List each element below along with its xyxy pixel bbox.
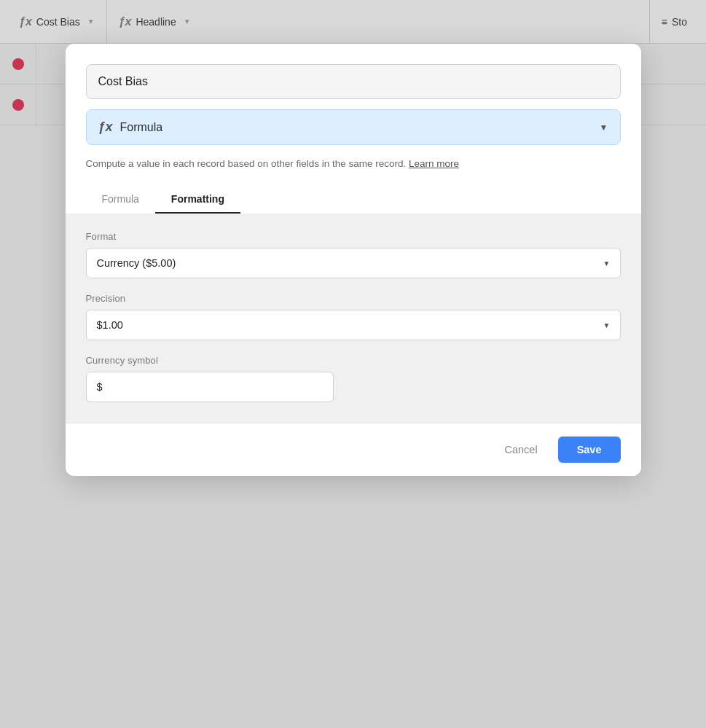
field-editor-modal: ƒx Formula ▼ Compute a value in each rec… (66, 44, 641, 476)
precision-label: Precision (86, 293, 621, 304)
formula-description: Compute a value in each record based on … (86, 157, 621, 171)
formula-type-button[interactable]: ƒx Formula ▼ (86, 109, 621, 145)
modal-top-section: ƒx Formula ▼ Compute a value in each rec… (66, 44, 641, 214)
formula-type-left: ƒx Formula (98, 120, 163, 135)
tab-formatting[interactable]: Formatting (155, 186, 240, 214)
modal-footer: Cancel Save (66, 423, 641, 476)
learn-more-link[interactable]: Learn more (409, 158, 459, 169)
format-label: Format (86, 231, 621, 242)
formula-type-label: Formula (120, 121, 163, 134)
tab-formula[interactable]: Formula (86, 186, 155, 214)
cancel-button[interactable]: Cancel (495, 438, 546, 461)
field-name-input[interactable] (86, 64, 621, 99)
format-select[interactable]: Currency ($5.00)NumberPercentDuration (86, 248, 621, 278)
formula-type-chevron: ▼ (600, 122, 608, 133)
precision-select-wrapper: $1.00$0.10$0.01$0.001 ▼ (86, 310, 621, 340)
format-select-wrapper: Currency ($5.00)NumberPercentDuration ▼ (86, 248, 621, 278)
save-button[interactable]: Save (558, 437, 621, 463)
modal-overlay: ƒx Formula ▼ Compute a value in each rec… (0, 0, 706, 728)
currency-symbol-input[interactable] (86, 372, 334, 402)
currency-symbol-label: Currency symbol (86, 355, 621, 366)
tabs-row: Formula Formatting (86, 186, 621, 214)
formula-type-icon: ƒx (98, 120, 113, 135)
modal-body-section: Format Currency ($5.00)NumberPercentDura… (66, 214, 641, 423)
precision-select[interactable]: $1.00$0.10$0.01$0.001 (86, 310, 621, 340)
